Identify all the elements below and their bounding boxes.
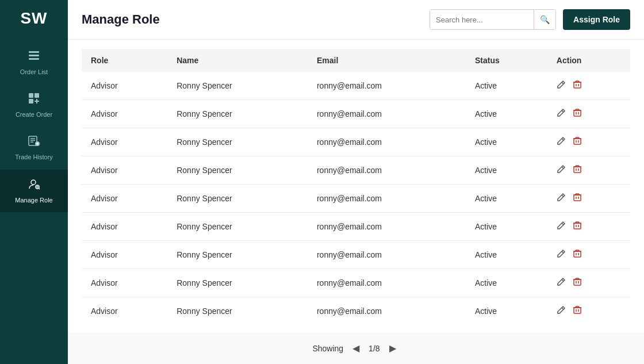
- table-body: Advisor Ronny Spencer ronny@email.com Ac…: [82, 72, 630, 325]
- cell-action: [547, 269, 630, 297]
- assign-role-button[interactable]: Assign Role: [563, 9, 630, 30]
- svg-line-30: [562, 139, 564, 140]
- svg-rect-26: [574, 110, 581, 116]
- cell-status: Active: [466, 128, 547, 156]
- sidebar-item-trade-history[interactable]: Trade History: [0, 127, 68, 169]
- col-header-email: Email: [308, 49, 466, 72]
- svg-rect-4: [34, 93, 39, 98]
- edit-icon[interactable]: [557, 164, 566, 176]
- sidebar-item-create-order[interactable]: Create Order: [0, 84, 68, 127]
- svg-line-20: [562, 82, 564, 84]
- edit-icon[interactable]: [557, 108, 566, 120]
- next-page-button[interactable]: ▶: [386, 342, 400, 355]
- delete-icon[interactable]: [573, 193, 582, 204]
- sidebar-item-label-trade-history: Trade History: [15, 154, 53, 161]
- pagination: Showing ◀ 1/8 ▶: [68, 332, 644, 364]
- search-button[interactable]: 🔍: [534, 10, 555, 29]
- svg-rect-21: [574, 82, 581, 88]
- cell-name: Ronny Spencer: [167, 241, 308, 269]
- table-row: Advisor Ronny Spencer ronny@email.com Ac…: [82, 297, 630, 325]
- svg-rect-41: [574, 195, 581, 201]
- svg-line-35: [562, 167, 564, 168]
- edit-icon[interactable]: [557, 80, 566, 91]
- search-input[interactable]: [430, 10, 534, 29]
- table-row: Advisor Ronny Spencer ronny@email.com Ac…: [82, 213, 630, 241]
- svg-rect-31: [574, 139, 581, 144]
- svg-rect-0: [29, 51, 39, 53]
- svg-rect-2: [29, 58, 39, 60]
- edit-icon[interactable]: [557, 277, 566, 289]
- table-row: Advisor Ronny Spencer ronny@email.com Ac…: [82, 72, 630, 100]
- delete-icon[interactable]: [573, 164, 582, 176]
- table-container: Role Name Email Status Action Advisor Ro…: [68, 40, 644, 332]
- table-row: Advisor Ronny Spencer ronny@email.com Ac…: [82, 100, 630, 128]
- logo: SW: [20, 9, 47, 28]
- svg-rect-51: [574, 251, 581, 257]
- svg-rect-56: [574, 279, 581, 285]
- edit-icon[interactable]: [557, 136, 566, 148]
- cell-email: ronny@email.com: [308, 72, 466, 100]
- delete-icon[interactable]: [573, 277, 582, 289]
- delete-icon[interactable]: [573, 249, 582, 260]
- col-header-role: Role: [82, 49, 167, 72]
- table-row: Advisor Ronny Spencer ronny@email.com Ac…: [82, 241, 630, 269]
- cell-action: [547, 297, 630, 325]
- cell-status: Active: [466, 156, 547, 185]
- table-header-row: Role Name Email Status Action: [82, 49, 630, 72]
- roles-table: Role Name Email Status Action Advisor Ro…: [82, 49, 630, 325]
- cell-name: Ronny Spencer: [167, 269, 308, 297]
- svg-rect-5: [29, 99, 33, 104]
- cell-email: ronny@email.com: [308, 213, 466, 241]
- svg-line-25: [562, 110, 564, 112]
- table-row: Advisor Ronny Spencer ronny@email.com Ac…: [82, 156, 630, 185]
- manage-role-icon: [28, 178, 40, 193]
- svg-line-17: [39, 188, 40, 189]
- svg-rect-1: [29, 55, 39, 56]
- cell-email: ronny@email.com: [308, 269, 466, 297]
- cell-role: Advisor: [82, 156, 167, 185]
- delete-icon[interactable]: [573, 80, 582, 91]
- table-row: Advisor Ronny Spencer ronny@email.com Ac…: [82, 269, 630, 297]
- showing-label: Showing: [312, 344, 343, 353]
- svg-rect-46: [574, 223, 581, 229]
- cell-role: Advisor: [82, 72, 167, 100]
- cell-action: [547, 128, 630, 156]
- cell-action: [547, 72, 630, 100]
- cell-status: Active: [466, 100, 547, 128]
- cell-name: Ronny Spencer: [167, 213, 308, 241]
- cell-action: [547, 100, 630, 128]
- cell-email: ronny@email.com: [308, 185, 466, 213]
- delete-icon[interactable]: [573, 221, 582, 232]
- header: Manage Role 🔍 Assign Role: [68, 0, 644, 40]
- cell-email: ronny@email.com: [308, 156, 466, 185]
- edit-icon[interactable]: [557, 249, 566, 260]
- cell-email: ronny@email.com: [308, 241, 466, 269]
- table-row: Advisor Ronny Spencer ronny@email.com Ac…: [82, 128, 630, 156]
- cell-status: Active: [466, 72, 547, 100]
- cell-role: Advisor: [82, 185, 167, 213]
- cell-action: [547, 213, 630, 241]
- edit-icon[interactable]: [557, 221, 566, 232]
- delete-icon[interactable]: [573, 108, 582, 120]
- table-row: Advisor Ronny Spencer ronny@email.com Ac…: [82, 185, 630, 213]
- sidebar: SW Order List Create Order: [0, 0, 68, 364]
- sidebar-item-manage-role[interactable]: Manage Role: [0, 170, 68, 212]
- cell-email: ronny@email.com: [308, 297, 466, 325]
- main-content: Manage Role 🔍 Assign Role Role Name Emai…: [68, 0, 644, 364]
- svg-line-45: [562, 223, 564, 225]
- svg-rect-36: [574, 167, 581, 173]
- create-order-icon: [28, 92, 40, 108]
- cell-role: Advisor: [82, 100, 167, 128]
- edit-icon[interactable]: [557, 193, 566, 204]
- delete-icon[interactable]: [573, 305, 582, 317]
- delete-icon[interactable]: [573, 136, 582, 148]
- col-header-action: Action: [547, 49, 630, 72]
- cell-name: Ronny Spencer: [167, 72, 308, 100]
- cell-name: Ronny Spencer: [167, 156, 308, 185]
- sidebar-item-label-order-list: Order List: [20, 68, 48, 76]
- header-actions: 🔍 Assign Role: [430, 9, 630, 30]
- edit-icon[interactable]: [557, 305, 566, 317]
- prev-page-button[interactable]: ◀: [349, 342, 363, 355]
- cell-name: Ronny Spencer: [167, 100, 308, 128]
- sidebar-item-order-list[interactable]: Order List: [0, 41, 68, 84]
